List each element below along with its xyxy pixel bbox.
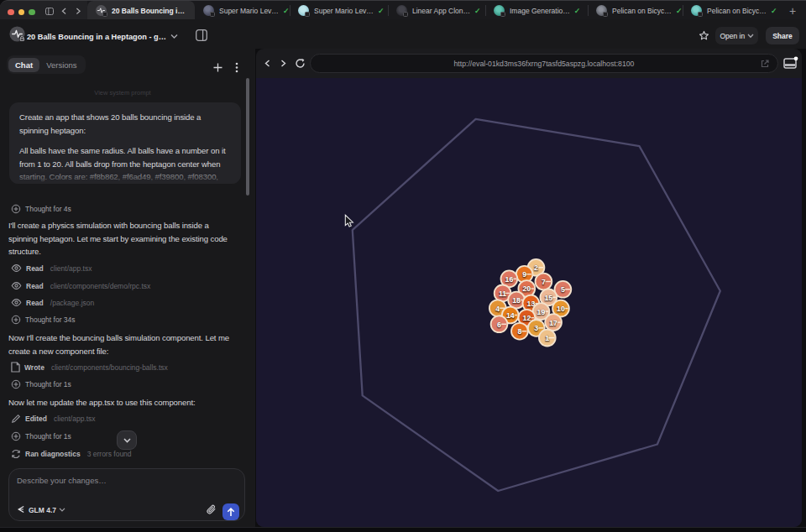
svg-text:19: 19 xyxy=(537,308,546,316)
svg-text:15: 15 xyxy=(544,294,552,302)
svg-text:6: 6 xyxy=(497,321,501,329)
svg-text:3: 3 xyxy=(534,324,538,332)
svg-text:14: 14 xyxy=(506,311,515,320)
svg-text:17: 17 xyxy=(549,319,557,327)
svg-text:18: 18 xyxy=(512,296,521,305)
svg-text:4: 4 xyxy=(495,305,500,313)
svg-text:12: 12 xyxy=(523,314,531,322)
svg-text:2: 2 xyxy=(534,263,538,272)
svg-text:7: 7 xyxy=(542,278,546,286)
svg-text:11: 11 xyxy=(499,289,506,298)
svg-text:1: 1 xyxy=(545,334,549,342)
svg-text:9: 9 xyxy=(522,270,526,279)
svg-text:16: 16 xyxy=(505,275,514,284)
svg-text:8: 8 xyxy=(517,327,521,336)
svg-text:10: 10 xyxy=(557,305,565,313)
svg-text:20: 20 xyxy=(522,284,531,293)
svg-text:5: 5 xyxy=(561,285,565,294)
